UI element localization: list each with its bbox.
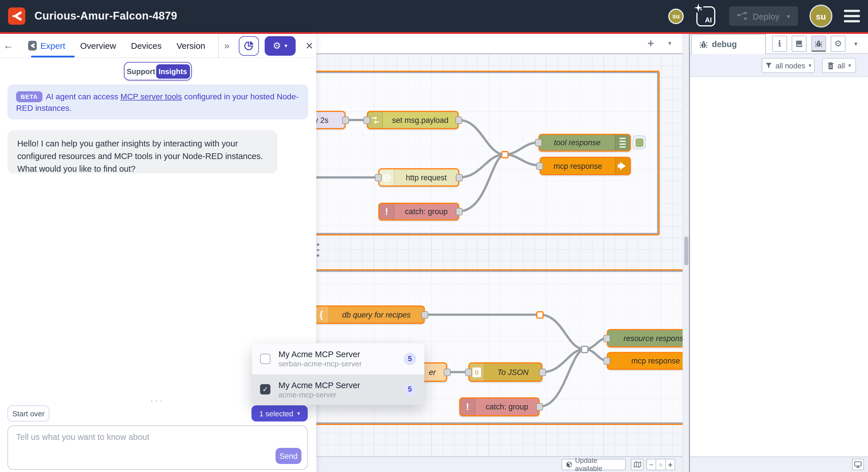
node-mcp-response-bottom[interactable]: mcp response (607, 352, 683, 370)
mcp-server-subtitle: serban-acme-mcp-server (278, 360, 404, 368)
trash-icon (827, 62, 834, 69)
deploy-caret-icon[interactable]: ▾ (787, 13, 790, 19)
node-set-payload[interactable]: set msg.payload (367, 111, 459, 129)
node-port[interactable] (456, 208, 463, 215)
package-cube-icon (566, 461, 572, 468)
node-port[interactable] (422, 311, 428, 318)
sidebar-header: debug i ⚙ ▾ (690, 34, 868, 54)
funnel-icon (765, 62, 772, 69)
node-catch-bottom[interactable]: ! catch: group (459, 397, 539, 416)
node-port[interactable] (539, 368, 546, 376)
mcp-server-option[interactable]: ✓ My Acme MCP Server acme-mcp-server 5 (252, 374, 424, 405)
catch-bang-icon: ! (460, 399, 475, 415)
node-port[interactable] (456, 174, 463, 181)
workspace-tab-bar: + ▾ (316, 34, 683, 54)
node-http-request[interactable]: http request (378, 168, 459, 187)
node-db-query[interactable]: { db query for recipes (316, 305, 425, 324)
info-tab-button[interactable]: i (772, 36, 787, 52)
node-to-json[interactable]: {} To JSON (468, 362, 542, 382)
chat-input[interactable] (8, 426, 307, 469)
toggle-support[interactable]: Support (126, 67, 156, 76)
node-port[interactable] (535, 139, 542, 146)
settings-tab-button[interactable]: ⚙ (831, 36, 846, 52)
node-port[interactable] (536, 403, 543, 411)
tab-expert[interactable]: Expert (40, 41, 65, 51)
checkbox-checked[interactable]: ✓ (260, 384, 270, 395)
assistant-tab-bar: ← Expert Overview Devices Version » ⚙ ▾ … (0, 34, 316, 58)
deploy-button[interactable]: Deploy ▾ (729, 6, 798, 26)
close-panel-button[interactable]: × (302, 38, 316, 53)
canvas-scrollbar[interactable] (683, 34, 689, 472)
mcp-server-tools-link[interactable]: MCP server tools (121, 92, 182, 101)
node-port[interactable] (536, 162, 543, 170)
deploy-icon (737, 12, 747, 20)
node-tool-response[interactable]: tool response (538, 134, 631, 152)
wire-junction[interactable] (536, 311, 544, 319)
chevron-down-icon: ▾ (284, 42, 287, 49)
main-menu-icon[interactable] (844, 10, 860, 23)
debug-tab-button[interactable] (811, 36, 826, 52)
mcp-server-option[interactable]: My Acme MCP Server serban-acme-mcp-serve… (252, 343, 424, 374)
assistant-settings-button[interactable]: ⚙ ▾ (265, 36, 296, 55)
beta-notice: BETAAI agent can access MCP server tools… (7, 84, 308, 119)
catch-bang-icon: ! (379, 204, 394, 219)
mcp-server-subtitle: acme-mcp-server (278, 390, 404, 399)
panel-resize-grip[interactable] (317, 243, 319, 256)
open-window-button[interactable] (852, 459, 864, 470)
node-port[interactable] (603, 334, 610, 342)
start-over-button[interactable]: Start over (7, 405, 50, 421)
mcp-server-title: My Acme MCP Server (278, 349, 404, 359)
selected-servers-button[interactable]: 1 selected ▾ (251, 405, 308, 421)
assistant-panel: ← Expert Overview Devices Version » ⚙ ▾ … (0, 34, 316, 472)
node-delay[interactable]: delay 2s (316, 111, 346, 129)
update-available-button[interactable]: Update available (561, 459, 626, 470)
mode-toggle: Support Insights (124, 62, 192, 80)
tab-debug[interactable]: debug (691, 34, 766, 54)
toggle-insights[interactable]: Insights (156, 64, 190, 78)
scrollbar-thumb[interactable] (684, 237, 688, 265)
insights-chart-button[interactable] (239, 36, 259, 55)
sidebar-menu-button[interactable]: ▾ (854, 40, 857, 48)
flowfuse-logo-icon[interactable] (8, 7, 25, 25)
send-button[interactable]: Send (276, 448, 301, 464)
more-tabs-button[interactable]: » (224, 40, 229, 51)
debug-filter-button[interactable]: all nodes ▾ (762, 58, 815, 73)
avatar-small[interactable]: su (668, 8, 684, 24)
bug-icon (699, 40, 708, 49)
ai-assistant-icon[interactable]: AI (696, 6, 715, 26)
node-port[interactable] (444, 368, 451, 376)
app-root: Curious-Amur-Falcon-4879 su AI Deploy ▾ … (0, 0, 868, 472)
zoom-in-button[interactable]: + (665, 459, 675, 470)
canvas-footer-bar: Update available − ○ + (316, 456, 683, 472)
resize-dots-handle[interactable]: ··· (150, 396, 165, 405)
node-port[interactable] (465, 368, 472, 376)
expert-logo-icon (28, 41, 37, 51)
checkbox-unchecked[interactable] (260, 354, 270, 364)
top-bar: Curious-Amur-Falcon-4879 su AI Deploy ▾ … (0, 0, 868, 32)
flow-list-button[interactable]: ▾ (668, 40, 671, 47)
tab-overview[interactable]: Overview (80, 41, 116, 51)
avatar-large[interactable]: su (809, 5, 832, 28)
debug-clear-button[interactable]: all ▾ (822, 58, 856, 73)
tab-devices[interactable]: Devices (131, 41, 162, 51)
node-port[interactable] (603, 357, 610, 365)
node-mcp-response-top[interactable]: mcp response (539, 157, 631, 175)
debug-enable-toggle[interactable] (632, 136, 646, 149)
wire-junction[interactable] (501, 151, 508, 158)
node-port[interactable] (455, 116, 462, 124)
minimap-button[interactable] (631, 459, 644, 470)
help-tab-button[interactable] (792, 36, 807, 52)
node-catch-top[interactable]: ! catch: group (378, 203, 459, 220)
mcp-server-title: My Acme MCP Server (278, 380, 404, 390)
node-port[interactable] (363, 116, 370, 124)
back-button[interactable]: ← (0, 40, 17, 52)
node-port[interactable] (342, 116, 349, 124)
node-port[interactable] (375, 174, 382, 181)
zoom-reset-button[interactable]: ○ (656, 459, 666, 470)
tab-version[interactable]: Version (177, 41, 205, 51)
zoom-out-button[interactable]: − (646, 459, 656, 470)
map-icon (633, 461, 641, 468)
add-flow-button[interactable]: + (648, 37, 654, 50)
wire-junction[interactable] (581, 346, 588, 353)
node-resource-response[interactable]: resource response (607, 329, 683, 347)
